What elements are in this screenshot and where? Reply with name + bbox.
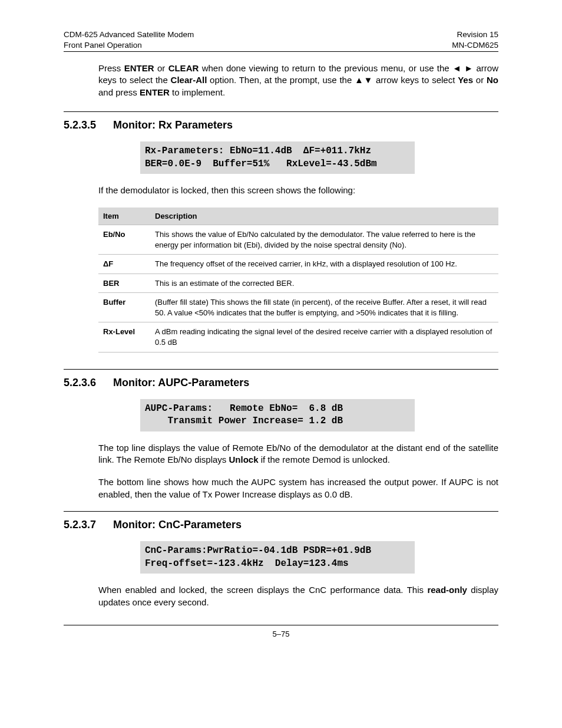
section-heading-aupc: 5.2.3.6 Monitor: AUPC-Parameters xyxy=(64,369,498,390)
lcd-cnc-parameters: CnC-Params:PwrRatio=-04.1dB PSDR=+01.9dB… xyxy=(140,541,415,574)
intro-paragraph: Press ENTER or CLEAR when done viewing t… xyxy=(98,62,498,98)
section-number: 5.2.3.5 xyxy=(64,118,113,132)
header-left-2: Front Panel Operation xyxy=(64,41,142,50)
cnc-para: When enabled and locked, the screen disp… xyxy=(98,584,498,608)
section-title: Monitor: CnC-Parameters xyxy=(113,518,242,532)
col-item: Item xyxy=(98,207,150,225)
lcd-aupc-parameters: AUPC-Params: Remote EbNo= 6.8 dB Transmi… xyxy=(140,399,415,431)
aupc-para-1: The top line displays the value of Remot… xyxy=(98,442,498,466)
table-row: Rx-Level A dBm reading indicating the si… xyxy=(98,322,498,352)
section-number: 5.2.3.7 xyxy=(64,518,113,532)
section-number: 5.2.3.6 xyxy=(64,375,113,390)
page-header: CDM-625 Advanced Satellite Modem Front P… xyxy=(64,29,498,50)
table-row: BER This is an estimate of the corrected… xyxy=(98,274,498,293)
footer-rule xyxy=(64,625,498,625)
header-right-2: MN-CDM625 xyxy=(452,41,498,50)
table-row: ΔF The frequency offset of the received … xyxy=(98,255,498,274)
page-number: 5–75 xyxy=(64,629,498,640)
header-rule xyxy=(64,51,498,52)
section-heading-cnc: 5.2.3.7 Monitor: CnC-Parameters xyxy=(64,511,498,532)
header-right-1: Revision 15 xyxy=(457,30,498,39)
section-title: Monitor: Rx Parameters xyxy=(113,118,233,132)
table-row: Eb/No This shows the value of Eb/No calc… xyxy=(98,225,498,255)
header-left-1: CDM-625 Advanced Satellite Modem xyxy=(64,30,194,39)
rx-intro-text: If the demodulator is locked, then this … xyxy=(98,185,498,196)
col-description: Description xyxy=(150,207,498,225)
section-title: Monitor: AUPC-Parameters xyxy=(113,375,249,390)
rx-parameters-table: Item Description Eb/No This shows the va… xyxy=(98,207,498,353)
lcd-rx-parameters: Rx-Parameters: EbNo=11.4dB ΔF=+011.7kHz … xyxy=(140,141,415,174)
section-heading-rx: 5.2.3.5 Monitor: Rx Parameters xyxy=(64,111,498,132)
aupc-para-2: The bottom line shows how much the AUPC … xyxy=(98,476,498,500)
table-row: Buffer (Buffer fill state) This shows th… xyxy=(98,293,498,322)
